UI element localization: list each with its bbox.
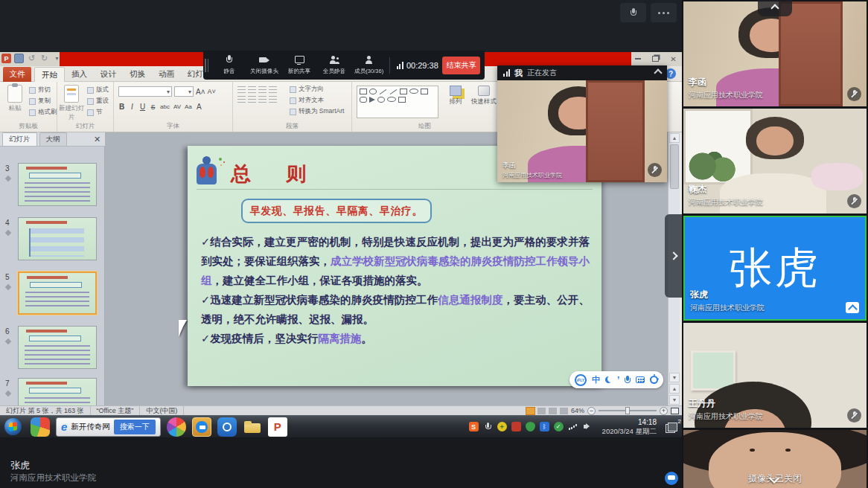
network-signal-icon[interactable] bbox=[568, 422, 578, 431]
normal-view-button[interactable] bbox=[526, 408, 534, 414]
reading-view-button[interactable] bbox=[549, 408, 557, 414]
new-slide-button[interactable]: 新建幻灯片 bbox=[59, 85, 84, 122]
participant-tile-李函[interactable]: 李函河南应用技术职业学院 bbox=[683, 1, 867, 106]
security-alert-icon[interactable] bbox=[511, 422, 521, 431]
end-share-button[interactable]: 结束共享 bbox=[442, 57, 480, 74]
font-style-button[interactable]: A bbox=[196, 103, 202, 111]
tab-file[interactable]: 文件 bbox=[3, 67, 31, 82]
drag-handle[interactable] bbox=[205, 59, 210, 72]
fit-to-window-button[interactable] bbox=[671, 408, 679, 414]
zoom-out-button[interactable]: − bbox=[587, 407, 596, 415]
font-style-button[interactable]: U bbox=[139, 103, 146, 111]
ribbon-item[interactable]: 复制 bbox=[29, 97, 57, 106]
volume-icon[interactable] bbox=[582, 422, 592, 431]
zoom-in-button[interactable]: + bbox=[660, 407, 668, 415]
participant-tile-王丹丹[interactable]: 王丹丹河南应用技术职业学院 bbox=[683, 323, 867, 428]
speaker-overlay-header[interactable]: 我 正在发言 bbox=[497, 65, 667, 80]
slide-thumbnail-5[interactable]: 5 bbox=[0, 272, 105, 316]
ribbon-item[interactable]: 剪切 bbox=[29, 86, 57, 94]
sogou-input-icon[interactable]: S bbox=[469, 422, 479, 431]
ribbon-item[interactable]: 重设 bbox=[87, 97, 109, 106]
safety-center-icon[interactable]: + bbox=[497, 422, 507, 431]
restore-button[interactable] bbox=[650, 54, 661, 63]
participant-tile-鞠杰[interactable]: 鞠杰河南应用技术职业学院 bbox=[683, 109, 867, 214]
font-size-select[interactable]: ▾ bbox=[174, 86, 194, 97]
collapse-chevron-icon[interactable] bbox=[654, 68, 662, 77]
tray-mic-icon[interactable] bbox=[483, 422, 493, 431]
ribbon-item[interactable]: 格式刷 bbox=[29, 108, 57, 117]
scrollbar-thumb[interactable] bbox=[670, 144, 679, 189]
list-indent-icons[interactable] bbox=[237, 86, 285, 103]
phone-app-icon[interactable] bbox=[217, 417, 237, 437]
colorful-app-icon[interactable] bbox=[31, 417, 50, 437]
toolbar-mute-all-button[interactable]: 全员静音 bbox=[316, 52, 351, 79]
close-button[interactable]: ✕ bbox=[668, 54, 679, 63]
tab-设计[interactable]: 设计 bbox=[94, 67, 123, 82]
speaker-video[interactable]: 李函 河南应用技术职业学院 bbox=[497, 80, 667, 182]
font-style-button[interactable]: B bbox=[118, 103, 125, 111]
chat-button[interactable] bbox=[665, 472, 678, 485]
slide-thumbnail-4[interactable]: 4 bbox=[0, 217, 105, 262]
ie-browser-taskbar-button[interactable]: e 新开传奇网 搜索一下 bbox=[56, 417, 161, 437]
scroll-down-arrow[interactable]: ▼ bbox=[669, 373, 680, 382]
paste-button[interactable]: 粘贴 bbox=[2, 85, 28, 113]
more-options-button[interactable] bbox=[651, 3, 677, 22]
scroll-up-arrow[interactable]: ▲ bbox=[669, 133, 680, 143]
file-explorer-icon[interactable] bbox=[243, 417, 262, 437]
panel-close-icon[interactable]: ✕ bbox=[92, 135, 102, 144]
tab-动画[interactable]: 动画 bbox=[152, 67, 181, 82]
quick-styles-button[interactable]: 快速样式 bbox=[471, 86, 497, 106]
moon-icon[interactable] bbox=[605, 376, 612, 383]
ribbon-item[interactable]: 版式 bbox=[87, 86, 109, 94]
participant-tile-张虎[interactable]: 张虎张虎河南应用技术职业学院 bbox=[683, 216, 867, 321]
sidebar-expand-handle[interactable] bbox=[665, 214, 682, 298]
slide-thumbnail-7[interactable]: 7 bbox=[0, 378, 105, 405]
save-icon[interactable] bbox=[14, 54, 24, 63]
grow-font-icon[interactable]: A˄ bbox=[196, 88, 205, 96]
ribbon-item[interactable]: 对齐文本 bbox=[290, 96, 344, 105]
shape-gallery[interactable] bbox=[357, 86, 438, 118]
ifly-input-toolbar[interactable]: iFLY 中 ’ bbox=[569, 371, 663, 388]
powerpoint-taskbar-button[interactable]: P bbox=[268, 417, 287, 437]
toolbar-share-screen-button[interactable]: 新的共享 bbox=[281, 52, 316, 79]
chinese-mode-icon[interactable]: 中 bbox=[592, 374, 600, 385]
taskbar-clock[interactable]: 14:18 2020/3/24 星期二 bbox=[602, 418, 657, 436]
font-name-select[interactable]: ▾ bbox=[118, 86, 172, 97]
redo-icon[interactable]: ↻ bbox=[39, 54, 49, 63]
font-style-button[interactable]: abc bbox=[160, 103, 170, 110]
tab-插入[interactable]: 插入 bbox=[65, 67, 94, 82]
slide-thumbnail-6[interactable]: 6 bbox=[0, 326, 105, 370]
help-button[interactable]: ? bbox=[666, 68, 676, 79]
slide-thumbnail-3[interactable]: 3 bbox=[0, 163, 105, 208]
toolbar-members-button[interactable]: 成员(30/36) bbox=[351, 52, 386, 79]
tab-outline-panel[interactable]: 大纲 bbox=[39, 132, 67, 146]
font-style-button[interactable]: AV bbox=[173, 103, 181, 110]
start-button[interactable] bbox=[4, 418, 22, 435]
meeting-app-taskbar-button[interactable] bbox=[192, 417, 211, 437]
ribbon-item[interactable]: 文字方向 bbox=[290, 85, 344, 94]
zoom-slider[interactable] bbox=[599, 410, 657, 411]
arrange-button[interactable]: 排列 bbox=[443, 86, 468, 106]
search-button[interactable]: 搜索一下 bbox=[114, 420, 156, 434]
punctuation-icon[interactable]: ’ bbox=[617, 375, 619, 385]
pinwheel-app-icon[interactable] bbox=[167, 417, 186, 437]
toolbar-camera-button[interactable]: 关闭摄像头 bbox=[246, 52, 281, 79]
tab-开始[interactable]: 开始 bbox=[34, 67, 65, 82]
status-check-icon[interactable]: ✓ bbox=[554, 422, 564, 431]
toolbar-mic-button[interactable]: 静音 bbox=[211, 52, 246, 79]
zoom-slider-thumb[interactable] bbox=[625, 407, 630, 414]
shrink-font-icon[interactable]: A˅ bbox=[208, 88, 216, 95]
minimize-button[interactable] bbox=[632, 54, 643, 63]
slideshow-view-button[interactable] bbox=[560, 408, 568, 414]
participant-tile[interactable]: 摄像头已关闭 bbox=[683, 430, 867, 488]
ribbon-item[interactable]: 节 bbox=[87, 108, 109, 117]
window-stack-indicator[interactable]: 2 bbox=[666, 421, 679, 433]
previous-slide-button[interactable]: ▲ bbox=[669, 384, 680, 394]
keyboard-icon[interactable] bbox=[636, 376, 645, 383]
slide-sorter-view-button[interactable] bbox=[537, 408, 546, 414]
mic-button[interactable] bbox=[620, 3, 646, 22]
font-style-button[interactable]: I bbox=[129, 103, 135, 111]
font-style-button[interactable]: S bbox=[150, 103, 156, 111]
settings-gear-icon[interactable] bbox=[650, 376, 658, 384]
ribbon-item[interactable]: 转换为 SmartArt bbox=[290, 107, 344, 116]
